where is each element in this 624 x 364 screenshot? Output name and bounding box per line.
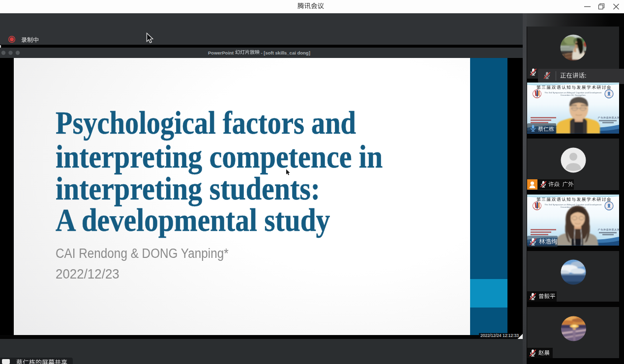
svg-text:December 24, Guangzhou: December 24, Guangzhou (561, 94, 586, 96)
svg-text:The 3rd Symposium on Bilingual: The 3rd Symposium on Bilingual Cognition… (544, 203, 602, 206)
svg-text:The 3rd Symposium on Bilingual: The 3rd Symposium on Bilingual Cognition… (544, 91, 602, 94)
